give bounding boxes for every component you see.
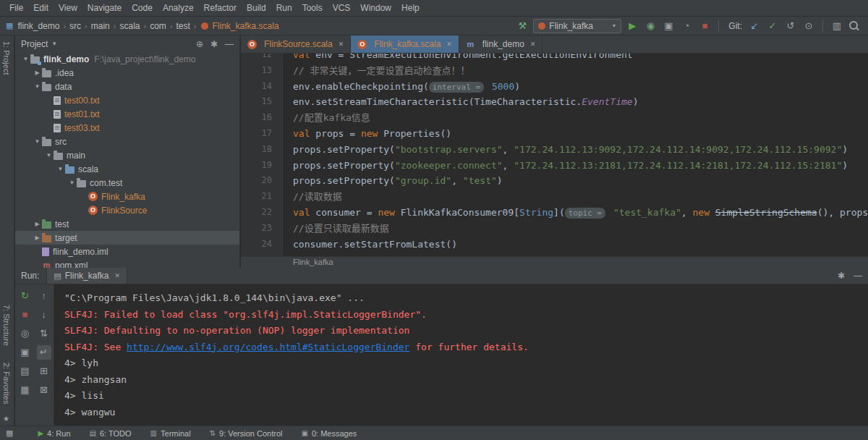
update-project-button[interactable]: ↙ bbox=[747, 20, 762, 33]
editor-tab-flink-demo[interactable]: mflink_demo✕ bbox=[459, 35, 543, 53]
debug-button[interactable]: ◉ bbox=[643, 20, 658, 33]
tree-collapse-icon[interactable]: ▼ bbox=[44, 152, 54, 158]
run-configuration-select[interactable]: Flink_kafka ▼ bbox=[533, 19, 621, 33]
coverage-button[interactable]: ▣ bbox=[18, 345, 33, 360]
console-link[interactable]: http://www.slf4j.org/codes.html#StaticLo… bbox=[127, 342, 409, 352]
breadcrumb-item-flink-demo[interactable]: flink_demo bbox=[16, 21, 61, 31]
settings-button[interactable]: ✱ bbox=[210, 39, 218, 49]
code-line[interactable]: props.setProperty("group.id", "test") bbox=[293, 173, 868, 189]
tree-item-flinksource[interactable]: OFlinkSource bbox=[15, 203, 239, 217]
tree-item-main[interactable]: ▼main bbox=[15, 148, 239, 162]
editor-breadcrumb[interactable]: Flink_kafka bbox=[241, 256, 868, 268]
close-icon[interactable]: ✕ bbox=[339, 41, 344, 48]
tree-expand-icon[interactable]: ▶ bbox=[33, 221, 42, 227]
tree-item-test[interactable]: ▶test bbox=[15, 217, 239, 231]
down-stacktrace-button[interactable]: ↓ bbox=[37, 308, 51, 322]
console-line[interactable]: 4> lisi bbox=[64, 388, 868, 405]
breadcrumb-item-com[interactable]: com bbox=[148, 21, 168, 31]
editor-tab-flinksource-scala[interactable]: OFlinkSource.scala✕ bbox=[241, 35, 351, 53]
toolwindow-toggle-icon[interactable]: ▦ bbox=[6, 428, 13, 438]
run-button[interactable]: ▶ bbox=[625, 20, 639, 33]
soft-wrap-button[interactable]: ↵ bbox=[37, 345, 51, 360]
code-line[interactable]: // 非常关键，一定要设置启动检查点！！ bbox=[293, 63, 868, 79]
sort-button[interactable]: ⇅ bbox=[37, 326, 51, 341]
code-line[interactable]: //读取数据 bbox=[293, 189, 868, 205]
menu-item-edit[interactable]: Edit bbox=[28, 3, 54, 13]
code-line[interactable]: val consumer = new FlinkKafkaConsumer09[… bbox=[293, 205, 868, 221]
tree-item-flink-kafka[interactable]: OFlink_kafka bbox=[15, 190, 239, 203]
menu-item-navigate[interactable]: Navigate bbox=[82, 3, 127, 13]
menu-item-vcs[interactable]: VCS bbox=[328, 3, 356, 13]
console-line[interactable]: 4> lyh bbox=[64, 355, 868, 372]
tree-item-flink-demo[interactable]: ▼flink_demoF:\java_project\flink_demo bbox=[15, 52, 239, 66]
thread-dump-button[interactable]: ◎ bbox=[18, 326, 33, 341]
up-stacktrace-button[interactable]: ↑ bbox=[37, 289, 51, 303]
console-line[interactable]: 4> wangwu bbox=[64, 405, 868, 421]
tree-collapse-icon[interactable]: ▼ bbox=[33, 83, 42, 90]
favorites-star-icon[interactable]: ★ bbox=[3, 415, 9, 423]
menu-item-refactor[interactable]: Refactor bbox=[199, 3, 242, 13]
project-panel-title[interactable]: Project bbox=[21, 39, 48, 49]
search-everywhere-icon[interactable] bbox=[849, 21, 858, 30]
clear-all-button[interactable]: ⊠ bbox=[37, 383, 51, 397]
code-line[interactable]: val props = new Properties() bbox=[293, 126, 868, 142]
menu-item-analyze[interactable]: Analyze bbox=[158, 3, 199, 13]
menu-item-build[interactable]: Build bbox=[242, 3, 271, 13]
tree-collapse-icon[interactable]: ▼ bbox=[67, 179, 77, 186]
editor-tab-flink-kafka-scala[interactable]: OFlink_kafka.scala✕ bbox=[351, 35, 459, 53]
tree-item-pom-xml[interactable]: mpom.xml bbox=[15, 258, 239, 268]
breadcrumb-item-test[interactable]: test bbox=[175, 21, 192, 31]
tree-collapse-icon[interactable]: ▼ bbox=[21, 56, 30, 62]
code-line[interactable]: props.setProperty("bootstrap.servers", "… bbox=[293, 142, 868, 158]
hide-button[interactable]: — bbox=[225, 39, 234, 49]
tree-item-idea[interactable]: ▶.idea bbox=[15, 66, 239, 80]
code-editor[interactable]: 12131415161718192021222324 val env = Str… bbox=[241, 54, 868, 256]
pin-tab-button[interactable]: ▤ bbox=[18, 364, 33, 378]
tree-item-flink-demo-iml[interactable]: flink_demo.iml bbox=[15, 245, 239, 258]
stripe-project-button[interactable]: 1: Project bbox=[2, 41, 11, 75]
breadcrumb-item-scala[interactable]: scala bbox=[118, 21, 141, 31]
code-line[interactable]: //设置只读取最新数据 bbox=[293, 221, 868, 237]
stripe-favorites-button[interactable]: 2: Favorites bbox=[2, 363, 11, 404]
tree-item-test01-txt[interactable]: test01.txt bbox=[15, 107, 239, 121]
tree-item-src[interactable]: ▼src bbox=[15, 135, 239, 148]
code-line[interactable]: //配置kafka信息 bbox=[293, 110, 868, 126]
tree-expand-icon[interactable]: ▶ bbox=[33, 69, 42, 76]
code-line[interactable]: val env = StreamExecutionEnvironment.get… bbox=[293, 54, 868, 63]
statusbar-terminal[interactable]: ▥Terminal bbox=[150, 429, 191, 438]
tree-expand-icon[interactable]: ▶ bbox=[33, 234, 42, 241]
close-icon[interactable]: ✕ bbox=[114, 272, 120, 279]
statusbar-messages[interactable]: ▣0: Messages bbox=[301, 429, 357, 438]
stop-button[interactable]: ■ bbox=[697, 20, 712, 33]
console-line[interactable]: SLF4J: Defaulting to no-operation (NOP) … bbox=[64, 323, 868, 339]
tree-item-target[interactable]: ▶target bbox=[15, 231, 239, 245]
breadcrumb-item-main[interactable]: main bbox=[90, 21, 111, 31]
code-line[interactable]: props.setProperty("zookeeper.connect", "… bbox=[293, 158, 868, 174]
profiler-button[interactable]: ◔ bbox=[679, 20, 694, 33]
console-line[interactable]: SLF4J: Failed to load class "org.slf4j.i… bbox=[64, 307, 868, 323]
menu-item-file[interactable]: File bbox=[4, 3, 28, 13]
statusbar-version-control[interactable]: ⇅9: Version Control bbox=[210, 429, 283, 438]
run-tab[interactable]: ▤ Flink_kafka ✕ bbox=[46, 268, 127, 284]
tree-item-com-test[interactable]: ▼com.test bbox=[15, 176, 239, 190]
menu-item-window[interactable]: Window bbox=[355, 3, 396, 13]
menu-item-run[interactable]: Run bbox=[271, 3, 297, 13]
console-line[interactable]: "C:\Program Files\Java\jdk1.8.0_144\bin\… bbox=[64, 290, 868, 307]
chevron-down-icon[interactable]: ▼ bbox=[51, 41, 57, 47]
print-button[interactable]: ⊞ bbox=[37, 364, 51, 378]
tree-collapse-icon[interactable]: ▼ bbox=[56, 166, 65, 172]
menu-item-view[interactable]: View bbox=[54, 3, 82, 13]
stripe-structure-button[interactable]: 7: Structure bbox=[2, 305, 11, 346]
console-line[interactable]: SLF4J: See http://www.slf4j.org/codes.ht… bbox=[64, 339, 868, 356]
window-layout-icon[interactable]: ▥ bbox=[830, 20, 844, 33]
menu-item-code[interactable]: Code bbox=[127, 3, 158, 13]
settings-button[interactable]: ✱ bbox=[838, 271, 845, 281]
code-line[interactable]: env.enableCheckpointing(interval = 5000) bbox=[293, 79, 868, 95]
code-text[interactable]: val env = StreamExecutionEnvironment.get… bbox=[283, 54, 868, 256]
rerun-button[interactable]: ↻ bbox=[18, 289, 33, 303]
tree-item-data[interactable]: ▼data bbox=[15, 80, 239, 93]
menu-item-help[interactable]: Help bbox=[396, 3, 425, 13]
commit-button[interactable]: ✓ bbox=[765, 20, 780, 33]
tree-item-test00-txt[interactable]: test00.txt bbox=[15, 93, 239, 107]
close-icon[interactable]: ✕ bbox=[530, 41, 536, 48]
